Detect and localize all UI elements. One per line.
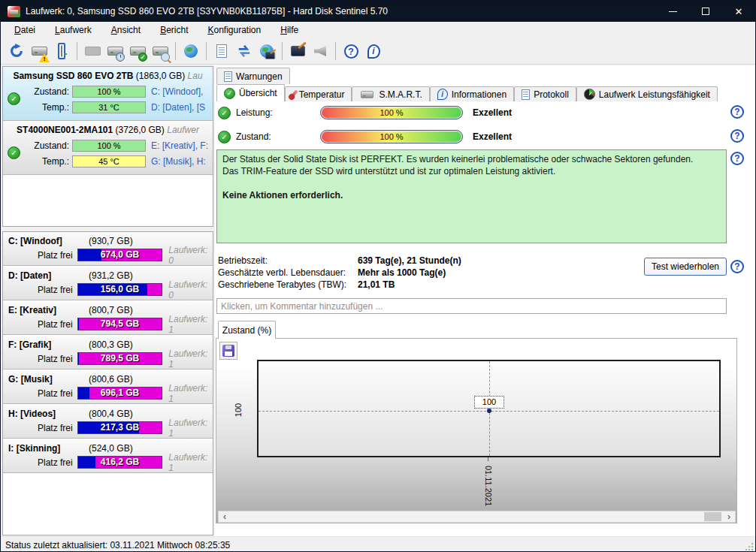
temp-label: Temp.: — [23, 102, 69, 113]
partition-size: (930,7 GB) — [89, 236, 133, 246]
scroll-left-icon[interactable]: ‹ — [219, 511, 231, 522]
tab-leistungsfaehigkeit[interactable]: Laufwerk Leistungsfähigkeit — [576, 86, 718, 101]
disk-ok-icon: ✓ — [8, 146, 20, 159]
window-title: Laufwerk: 0, Samsung SSD 860 EVO 2TB [S3… — [26, 6, 656, 17]
disk-item-hdd[interactable]: ST4000NE001-2MA101 (3726,0 GB) Laufwer ✓… — [3, 121, 213, 175]
remote-monitoring-icon[interactable] — [256, 41, 277, 62]
partition-free-row: Platz frei416,2 GBLaufwerk: 1 — [3, 455, 213, 469]
menu-hilfe[interactable]: Hilfe — [273, 23, 306, 38]
menu-datei[interactable]: Datei — [7, 23, 43, 38]
partition-drive: Laufwerk: 1 — [168, 452, 213, 473]
partition-row-h[interactable]: H: [Videos](800,4 GB) Platz frei217,3 GB… — [3, 405, 213, 439]
free-space-bar: 696,1 GB — [77, 387, 163, 400]
temp-bar: 45 °C — [72, 155, 146, 167]
tab-temperatur[interactable]: Temperatur — [285, 86, 352, 101]
maximize-button[interactable] — [689, 1, 722, 22]
disk-disabled-icon — [82, 41, 103, 62]
partition-row-i[interactable]: I: [Skinning](524,0 GB) Platz frei416,2 … — [3, 439, 213, 473]
menu-bericht[interactable]: Bericht — [153, 23, 195, 38]
tab-label: S.M.A.R.T. — [379, 89, 422, 100]
send-report-icon[interactable] — [234, 41, 255, 62]
partition-row-f[interactable]: F: [Grafik](800,3 GB) Platz frei789,5 GB… — [3, 336, 213, 370]
partition-drive: Laufwerk: 0 — [168, 245, 213, 266]
menu-laufwerk[interactable]: Laufwerk — [47, 23, 99, 38]
scrollbar-thumb[interactable] — [704, 512, 721, 521]
info-value: 639 Tag(e), 21 Stunde(n) — [358, 255, 461, 266]
disk-title: ST4000NE001-2MA101 (3726,0 GB) Laufwer — [6, 123, 210, 137]
partition-row-g[interactable]: G: [Musik](800,6 GB) Platz frei696,1 GBL… — [3, 370, 213, 404]
partition-size: (931,2 GB) — [89, 270, 133, 281]
globe-glyph — [184, 44, 198, 58]
performance-rating: Exzellent — [473, 107, 512, 118]
tab-protokoll[interactable]: Protokoll — [514, 86, 576, 101]
help-icon[interactable]: ? — [340, 41, 361, 62]
disk-warning-icon[interactable]: ! — [29, 41, 50, 62]
tab-warnungen[interactable]: Warnungen — [216, 68, 290, 84]
data-point — [487, 409, 491, 413]
tab-uebersicht[interactable]: ✓ Übersicht — [216, 84, 285, 101]
speaker-glyph — [314, 46, 326, 56]
chart-tab-label: Zustand (%) — [222, 325, 271, 336]
refresh-icon[interactable] — [6, 41, 27, 62]
minimize-button[interactable] — [656, 1, 689, 22]
performance-bar: 100 % — [320, 106, 463, 119]
disk-ok-icon: ✓ — [8, 92, 20, 105]
status-bar-text: Status zuletzt aktualisiert: 03.11.2021 … — [5, 540, 230, 550]
partition-free-row: Platz frei789,5 GBLaufwerk: 1 — [3, 351, 213, 366]
app-window: Laufwerk: 0, Samsung SSD 860 EVO 2TB [S3… — [0, 0, 756, 552]
partition-row-d[interactable]: D: [Daten](931,2 GB) Platz frei156,0 GBL… — [3, 267, 213, 300]
health-history-chart: 100 100 01.11.2021 ‹ › — [216, 338, 737, 523]
retest-help-icon[interactable]: ? — [730, 260, 744, 273]
tab-informationen[interactable]: i Informationen — [430, 86, 514, 101]
status-help-icon[interactable]: ? — [730, 152, 744, 165]
data-point-label: 100 — [474, 396, 504, 409]
scroll-right-icon[interactable]: › — [723, 511, 735, 522]
status-action: Keine Aktionen erforderlich. — [222, 189, 721, 201]
chart-scrollbar[interactable]: ‹ › — [218, 511, 736, 523]
disk-accept-icon[interactable]: ✓ — [127, 41, 148, 62]
partition-size: (524,0 GB) — [89, 443, 133, 454]
disk-health-row: Zustand: 100 % E: [Kreativ], F: — [23, 138, 210, 153]
partition-row-e[interactable]: E: [Kreativ](800,7 GB) Platz frei794,5 G… — [3, 301, 213, 335]
disk-schedule-icon[interactable] — [104, 41, 125, 62]
chart-tab-zustand[interactable]: Zustand (%) — [218, 321, 276, 339]
retest-button[interactable]: Test wiederholen — [644, 258, 727, 276]
disk-details-icon[interactable] — [51, 41, 72, 62]
resize-grip[interactable] — [745, 543, 753, 550]
performance-help-icon[interactable]: ? — [730, 105, 744, 119]
document-glyph — [216, 44, 227, 58]
partition-size: (800,4 GB) — [89, 409, 133, 419]
comment-input[interactable] — [216, 298, 727, 314]
toolbar-separator — [282, 42, 283, 60]
partition-name: C: [Windoof] — [8, 236, 89, 246]
partition-drive: Laufwerk: 1 — [168, 348, 213, 370]
network-disk-icon[interactable] — [180, 41, 201, 62]
lifetime-row: Geschätzte verbl. Lebensdauer: Mehr als … — [218, 267, 446, 279]
status-line1: Der Status der Solid State Disk ist PERF… — [222, 153, 721, 165]
close-button[interactable]: ✕ — [722, 1, 755, 22]
partition-free-row: Platz frei696,1 GBLaufwerk: 1 — [3, 386, 213, 400]
about-info-icon[interactable]: i — [363, 41, 384, 62]
check-badge-icon: ✓ — [138, 53, 147, 62]
partition-name: I: [Skinning] — [8, 443, 89, 454]
tab-label: Warnungen — [236, 71, 283, 82]
sound-settings-icon[interactable] — [310, 41, 331, 62]
disk-drives-line2: D: [Daten], [S — [151, 102, 210, 113]
info-value: Mehr als 1000 Tag(e) — [358, 267, 446, 278]
surface-test-icon[interactable] — [287, 41, 308, 62]
tab-smart[interactable]: S.M.A.R.T. — [352, 86, 429, 101]
save-chart-button[interactable] — [219, 342, 237, 360]
partition-row-c[interactable]: C: [Windoof](930,7 GB) Platz frei674,0 G… — [3, 232, 213, 266]
disk-list: Samsung SSD 860 EVO 2TB (1863,0 GB) Lau … — [2, 66, 213, 227]
menu-ansicht[interactable]: Ansicht — [104, 23, 148, 38]
menu-bar: Datei Laufwerk Ansicht Bericht Konfigura… — [1, 22, 755, 38]
save-icon — [222, 345, 234, 357]
disk-item-ssd[interactable]: Samsung SSD 860 EVO 2TB (1863,0 GB) Lau … — [3, 67, 213, 121]
thermometer-icon — [289, 89, 298, 99]
menu-konfiguration[interactable]: Konfiguration — [200, 23, 268, 38]
disk-drives-line1: E: [Kreativ], F: — [151, 140, 210, 151]
disk-search-icon[interactable] — [150, 41, 171, 62]
report-icon[interactable] — [211, 41, 232, 62]
free-label: Platz frei — [3, 388, 73, 399]
health-help-icon[interactable]: ? — [730, 129, 744, 143]
